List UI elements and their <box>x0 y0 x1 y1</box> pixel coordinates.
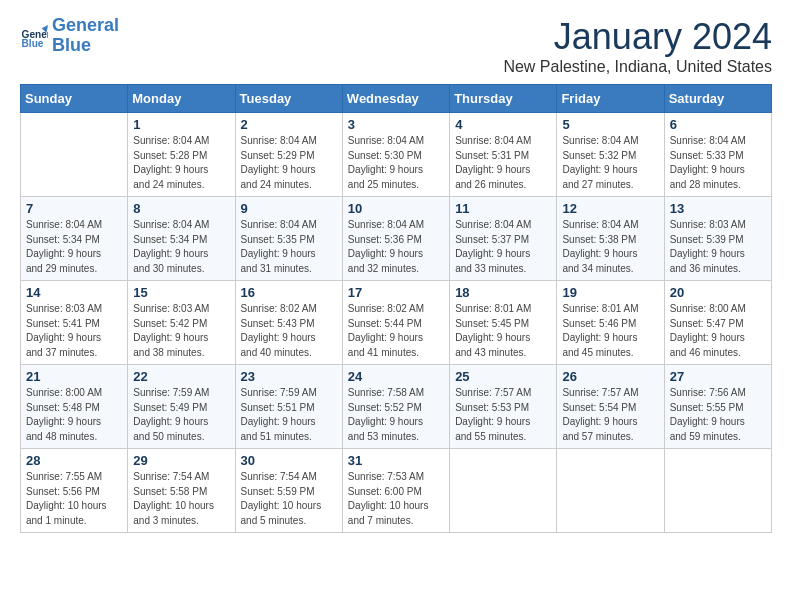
calendar-cell: 9Sunrise: 8:04 AMSunset: 5:35 PMDaylight… <box>235 197 342 281</box>
calendar-cell: 6Sunrise: 8:04 AMSunset: 5:33 PMDaylight… <box>664 113 771 197</box>
calendar-week-row: 21Sunrise: 8:00 AMSunset: 5:48 PMDayligh… <box>21 365 772 449</box>
day-info: Sunrise: 7:54 AMSunset: 5:58 PMDaylight:… <box>133 470 229 528</box>
col-sunday: Sunday <box>21 85 128 113</box>
day-number: 11 <box>455 201 551 216</box>
calendar-cell <box>664 449 771 533</box>
day-number: 29 <box>133 453 229 468</box>
day-info: Sunrise: 7:59 AMSunset: 5:49 PMDaylight:… <box>133 386 229 444</box>
title-section: January 2024 New Palestine, Indiana, Uni… <box>503 16 772 76</box>
calendar-cell: 29Sunrise: 7:54 AMSunset: 5:58 PMDayligh… <box>128 449 235 533</box>
day-number: 5 <box>562 117 658 132</box>
calendar-cell: 14Sunrise: 8:03 AMSunset: 5:41 PMDayligh… <box>21 281 128 365</box>
day-number: 1 <box>133 117 229 132</box>
col-wednesday: Wednesday <box>342 85 449 113</box>
day-info: Sunrise: 7:56 AMSunset: 5:55 PMDaylight:… <box>670 386 766 444</box>
day-info: Sunrise: 8:01 AMSunset: 5:45 PMDaylight:… <box>455 302 551 360</box>
day-info: Sunrise: 8:03 AMSunset: 5:41 PMDaylight:… <box>26 302 122 360</box>
calendar-cell: 3Sunrise: 8:04 AMSunset: 5:30 PMDaylight… <box>342 113 449 197</box>
day-number: 21 <box>26 369 122 384</box>
day-info: Sunrise: 8:04 AMSunset: 5:30 PMDaylight:… <box>348 134 444 192</box>
logo-icon: General Blue <box>20 22 48 50</box>
calendar-cell: 19Sunrise: 8:01 AMSunset: 5:46 PMDayligh… <box>557 281 664 365</box>
day-info: Sunrise: 7:59 AMSunset: 5:51 PMDaylight:… <box>241 386 337 444</box>
col-tuesday: Tuesday <box>235 85 342 113</box>
day-info: Sunrise: 8:03 AMSunset: 5:39 PMDaylight:… <box>670 218 766 276</box>
day-number: 13 <box>670 201 766 216</box>
day-info: Sunrise: 8:04 AMSunset: 5:35 PMDaylight:… <box>241 218 337 276</box>
day-number: 20 <box>670 285 766 300</box>
calendar-cell <box>557 449 664 533</box>
calendar-week-row: 1Sunrise: 8:04 AMSunset: 5:28 PMDaylight… <box>21 113 772 197</box>
calendar-subtitle: New Palestine, Indiana, United States <box>503 58 772 76</box>
svg-text:Blue: Blue <box>22 38 44 49</box>
day-info: Sunrise: 8:04 AMSunset: 5:36 PMDaylight:… <box>348 218 444 276</box>
day-number: 7 <box>26 201 122 216</box>
col-friday: Friday <box>557 85 664 113</box>
calendar-cell: 15Sunrise: 8:03 AMSunset: 5:42 PMDayligh… <box>128 281 235 365</box>
calendar-table: Sunday Monday Tuesday Wednesday Thursday… <box>20 84 772 533</box>
day-number: 4 <box>455 117 551 132</box>
day-info: Sunrise: 8:04 AMSunset: 5:34 PMDaylight:… <box>26 218 122 276</box>
calendar-title: January 2024 <box>503 16 772 58</box>
day-number: 25 <box>455 369 551 384</box>
day-info: Sunrise: 7:57 AMSunset: 5:53 PMDaylight:… <box>455 386 551 444</box>
day-number: 9 <box>241 201 337 216</box>
day-number: 26 <box>562 369 658 384</box>
calendar-cell: 2Sunrise: 8:04 AMSunset: 5:29 PMDaylight… <box>235 113 342 197</box>
calendar-week-row: 14Sunrise: 8:03 AMSunset: 5:41 PMDayligh… <box>21 281 772 365</box>
calendar-cell: 21Sunrise: 8:00 AMSunset: 5:48 PMDayligh… <box>21 365 128 449</box>
calendar-header-row: Sunday Monday Tuesday Wednesday Thursday… <box>21 85 772 113</box>
calendar-cell: 24Sunrise: 7:58 AMSunset: 5:52 PMDayligh… <box>342 365 449 449</box>
day-number: 28 <box>26 453 122 468</box>
day-info: Sunrise: 8:00 AMSunset: 5:48 PMDaylight:… <box>26 386 122 444</box>
calendar-cell: 16Sunrise: 8:02 AMSunset: 5:43 PMDayligh… <box>235 281 342 365</box>
day-info: Sunrise: 8:04 AMSunset: 5:32 PMDaylight:… <box>562 134 658 192</box>
page-header: General Blue GeneralBlue January 2024 Ne… <box>20 16 772 76</box>
calendar-cell: 7Sunrise: 8:04 AMSunset: 5:34 PMDaylight… <box>21 197 128 281</box>
day-info: Sunrise: 8:01 AMSunset: 5:46 PMDaylight:… <box>562 302 658 360</box>
day-number: 8 <box>133 201 229 216</box>
day-info: Sunrise: 8:04 AMSunset: 5:38 PMDaylight:… <box>562 218 658 276</box>
calendar-cell: 18Sunrise: 8:01 AMSunset: 5:45 PMDayligh… <box>450 281 557 365</box>
day-info: Sunrise: 8:04 AMSunset: 5:29 PMDaylight:… <box>241 134 337 192</box>
day-number: 19 <box>562 285 658 300</box>
calendar-week-row: 28Sunrise: 7:55 AMSunset: 5:56 PMDayligh… <box>21 449 772 533</box>
day-number: 16 <box>241 285 337 300</box>
day-number: 12 <box>562 201 658 216</box>
day-number: 30 <box>241 453 337 468</box>
day-info: Sunrise: 8:04 AMSunset: 5:33 PMDaylight:… <box>670 134 766 192</box>
day-info: Sunrise: 8:03 AMSunset: 5:42 PMDaylight:… <box>133 302 229 360</box>
calendar-week-row: 7Sunrise: 8:04 AMSunset: 5:34 PMDaylight… <box>21 197 772 281</box>
calendar-cell <box>21 113 128 197</box>
day-info: Sunrise: 8:04 AMSunset: 5:28 PMDaylight:… <box>133 134 229 192</box>
calendar-cell: 20Sunrise: 8:00 AMSunset: 5:47 PMDayligh… <box>664 281 771 365</box>
calendar-cell: 1Sunrise: 8:04 AMSunset: 5:28 PMDaylight… <box>128 113 235 197</box>
day-number: 27 <box>670 369 766 384</box>
day-number: 18 <box>455 285 551 300</box>
calendar-cell: 12Sunrise: 8:04 AMSunset: 5:38 PMDayligh… <box>557 197 664 281</box>
calendar-cell: 10Sunrise: 8:04 AMSunset: 5:36 PMDayligh… <box>342 197 449 281</box>
calendar-cell <box>450 449 557 533</box>
day-info: Sunrise: 7:54 AMSunset: 5:59 PMDaylight:… <box>241 470 337 528</box>
calendar-cell: 30Sunrise: 7:54 AMSunset: 5:59 PMDayligh… <box>235 449 342 533</box>
day-number: 2 <box>241 117 337 132</box>
day-number: 6 <box>670 117 766 132</box>
calendar-cell: 17Sunrise: 8:02 AMSunset: 5:44 PMDayligh… <box>342 281 449 365</box>
day-info: Sunrise: 8:04 AMSunset: 5:31 PMDaylight:… <box>455 134 551 192</box>
day-number: 24 <box>348 369 444 384</box>
day-info: Sunrise: 8:00 AMSunset: 5:47 PMDaylight:… <box>670 302 766 360</box>
day-info: Sunrise: 7:57 AMSunset: 5:54 PMDaylight:… <box>562 386 658 444</box>
day-info: Sunrise: 8:04 AMSunset: 5:34 PMDaylight:… <box>133 218 229 276</box>
calendar-cell: 27Sunrise: 7:56 AMSunset: 5:55 PMDayligh… <box>664 365 771 449</box>
day-number: 3 <box>348 117 444 132</box>
calendar-cell: 28Sunrise: 7:55 AMSunset: 5:56 PMDayligh… <box>21 449 128 533</box>
calendar-cell: 4Sunrise: 8:04 AMSunset: 5:31 PMDaylight… <box>450 113 557 197</box>
day-number: 10 <box>348 201 444 216</box>
day-info: Sunrise: 8:02 AMSunset: 5:44 PMDaylight:… <box>348 302 444 360</box>
logo-text: GeneralBlue <box>52 16 119 56</box>
day-info: Sunrise: 8:04 AMSunset: 5:37 PMDaylight:… <box>455 218 551 276</box>
calendar-cell: 5Sunrise: 8:04 AMSunset: 5:32 PMDaylight… <box>557 113 664 197</box>
day-info: Sunrise: 7:53 AMSunset: 6:00 PMDaylight:… <box>348 470 444 528</box>
calendar-cell: 8Sunrise: 8:04 AMSunset: 5:34 PMDaylight… <box>128 197 235 281</box>
calendar-cell: 22Sunrise: 7:59 AMSunset: 5:49 PMDayligh… <box>128 365 235 449</box>
